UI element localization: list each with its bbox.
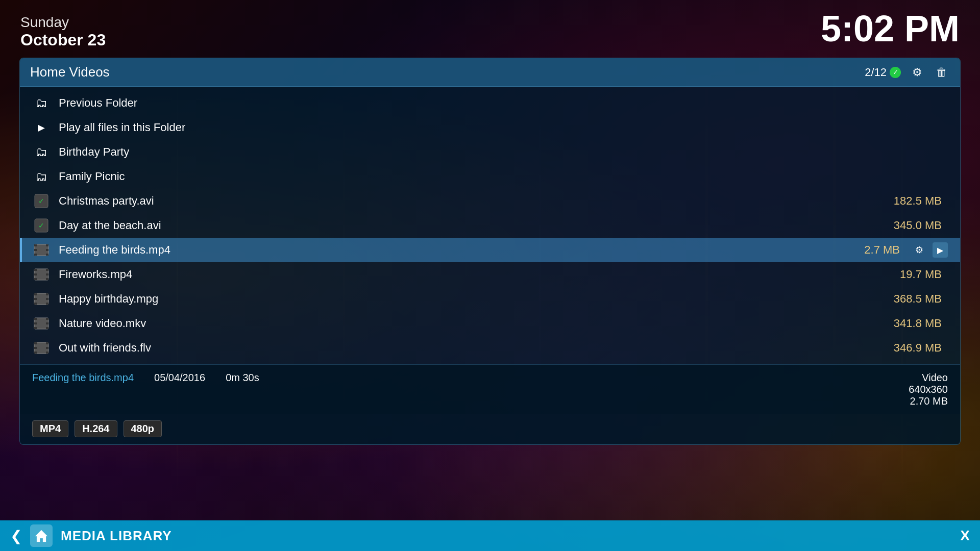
item-name: Christmas party.avi: [59, 194, 894, 208]
svg-rect-6: [46, 244, 48, 246]
nav-back-button[interactable]: ❮: [10, 528, 22, 544]
svg-rect-10: [46, 249, 48, 251]
file-list: 🗂 Previous Folder ▶ Play all files in th…: [20, 87, 960, 364]
date-label: October 23: [20, 31, 106, 49]
item-name: Birthday Party: [59, 145, 948, 159]
svg-rect-13: [46, 269, 48, 271]
settings-button[interactable]: ⚙: [909, 64, 925, 81]
tag-h264: H.264: [75, 420, 117, 437]
item-name: Happy birthday.mpg: [59, 292, 894, 306]
list-item[interactable]: Fireworks.mp4 19.7 MB: [20, 262, 960, 287]
info-size: 2.70 MB: [909, 395, 948, 407]
folder-icon: 🗂: [32, 94, 51, 112]
info-filename: Feeding the birds.mp4: [32, 372, 134, 384]
top-bar: Sunday October 23 5:02 PM: [0, 0, 980, 58]
svg-rect-9: [34, 249, 37, 251]
item-settings-button[interactable]: ⚙: [911, 242, 927, 258]
info-resolution: 640x360: [909, 384, 948, 395]
day-label: Sunday: [20, 14, 106, 31]
folder-icon: 🗂: [32, 143, 51, 161]
svg-rect-8: [46, 254, 48, 256]
item-size: 345.0 MB: [894, 219, 942, 232]
count-badge: 2/12 ✓: [865, 66, 901, 79]
play-icon: ▶: [32, 118, 51, 137]
svg-rect-17: [46, 273, 48, 276]
item-name: Family Picnic: [59, 170, 948, 183]
list-item[interactable]: 🗂 Birthday Party: [20, 140, 960, 164]
item-size: 182.5 MB: [894, 194, 942, 208]
item-size: 2.7 MB: [864, 243, 900, 257]
svg-rect-29: [46, 327, 48, 329]
item-name: Day at the beach.avi: [59, 219, 894, 232]
film-icon: [32, 314, 51, 333]
nav-home-button[interactable]: [30, 524, 53, 547]
bottom-nav-bar: ❮ MEDIA LIBRARY X: [0, 520, 980, 551]
list-item[interactable]: ✓ Christmas party.avi 182.5 MB: [20, 189, 960, 213]
film-icon: [32, 339, 51, 357]
item-name: Play all files in this Folder: [59, 121, 948, 134]
tags-row: MP4 H.264 480p: [20, 414, 960, 444]
svg-rect-7: [34, 254, 37, 256]
list-item[interactable]: 🗂 Family Picnic: [20, 164, 960, 189]
svg-rect-5: [34, 244, 37, 246]
svg-rect-38: [46, 347, 48, 349]
svg-rect-35: [34, 352, 37, 354]
list-item[interactable]: Happy birthday.mpg 368.5 MB: [20, 287, 960, 311]
svg-text:✓: ✓: [38, 197, 44, 205]
check-circle-icon: ✓: [890, 67, 901, 78]
svg-rect-31: [46, 322, 48, 324]
info-type: Video: [909, 372, 948, 384]
film-icon: [32, 290, 51, 308]
list-item[interactable]: Out with friends.flv 346.9 MB: [20, 336, 960, 360]
svg-rect-12: [34, 269, 37, 271]
svg-rect-14: [34, 278, 37, 280]
item-size: 346.9 MB: [894, 341, 942, 355]
svg-rect-21: [34, 303, 37, 305]
nav-close-button[interactable]: X: [960, 528, 970, 544]
list-item[interactable]: 🗂 Previous Folder: [20, 91, 960, 115]
list-item[interactable]: Nature video.mkv 341.8 MB: [20, 311, 960, 336]
list-item[interactable]: ▶ Play all files in this Folder: [20, 115, 960, 140]
svg-rect-36: [46, 352, 48, 354]
tag-480p: 480p: [124, 420, 162, 437]
svg-rect-22: [46, 303, 48, 305]
svg-rect-30: [34, 322, 37, 324]
item-name: Nature video.mkv: [59, 317, 894, 330]
date-info: Sunday October 23: [20, 14, 106, 49]
svg-rect-27: [46, 318, 48, 320]
svg-rect-34: [46, 342, 48, 344]
svg-rect-16: [34, 273, 37, 276]
panel-header: Home Videos 2/12 ✓ ⚙ 🗑: [20, 58, 960, 87]
svg-text:✓: ✓: [38, 221, 44, 230]
folder-icon: 🗂: [32, 167, 51, 186]
main-panel: Home Videos 2/12 ✓ ⚙ 🗑 🗂 Previous Folder…: [19, 58, 961, 445]
film-icon: [32, 241, 51, 259]
svg-rect-15: [46, 278, 48, 280]
list-item[interactable]: ✓ Day at the beach.avi 345.0 MB: [20, 213, 960, 238]
selected-list-item[interactable]: Feeding the birds.mp4 2.7 MB ⚙ ▶: [20, 238, 960, 262]
nav-title: MEDIA LIBRARY: [61, 528, 960, 544]
info-duration: 0m 30s: [226, 372, 259, 384]
info-bar: Feeding the birds.mp4 05/04/2016 0m 30s …: [20, 364, 960, 414]
item-play-button[interactable]: ▶: [933, 242, 948, 258]
checked-file-icon: ✓: [32, 192, 51, 210]
panel-header-right: 2/12 ✓ ⚙ 🗑: [865, 64, 950, 81]
svg-rect-37: [34, 347, 37, 349]
tag-mp4: MP4: [32, 420, 68, 437]
trash-button[interactable]: 🗑: [934, 64, 950, 81]
svg-rect-28: [34, 327, 37, 329]
item-actions: 2.7 MB ⚙ ▶: [864, 242, 948, 258]
info-date: 05/04/2016: [154, 372, 205, 384]
svg-rect-23: [34, 298, 37, 300]
svg-rect-19: [34, 293, 37, 295]
svg-rect-26: [34, 318, 37, 320]
svg-rect-24: [46, 298, 48, 300]
info-type-block: Video 640x360 2.70 MB: [909, 372, 948, 407]
svg-marker-39: [35, 530, 47, 542]
panel-title: Home Videos: [30, 64, 110, 80]
item-size: 341.8 MB: [894, 317, 942, 330]
count-text: 2/12: [865, 66, 887, 79]
item-size: 368.5 MB: [894, 292, 942, 306]
time-display: 5:02 PM: [821, 10, 960, 47]
film-icon: [32, 265, 51, 284]
